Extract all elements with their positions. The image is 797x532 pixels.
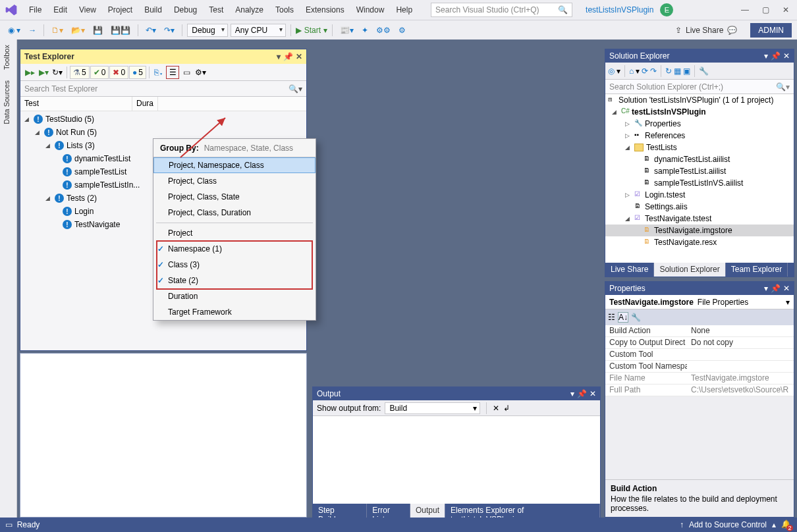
property-row[interactable]: Custom Tool Namespa xyxy=(605,361,794,373)
pin-icon[interactable]: 📌 xyxy=(283,52,293,61)
platform-dropdown[interactable]: Any CPU xyxy=(231,24,286,37)
solution-row[interactable]: ▷▪▪References xyxy=(605,130,794,142)
groupby-item-checked[interactable]: Class (3) xyxy=(153,257,316,273)
groupby-item[interactable]: Duration xyxy=(153,288,316,304)
tab-live-share[interactable]: Live Share xyxy=(605,263,654,277)
misc-1-button[interactable]: ✦ xyxy=(359,24,371,36)
tree-row[interactable]: ◢!TestStudio (5) xyxy=(20,113,306,126)
source-control-button[interactable]: Add to Source Control xyxy=(689,520,767,529)
maximize-icon[interactable]: ▢ xyxy=(762,5,769,14)
gear-group-icon[interactable]: ⚙⚙ xyxy=(373,24,393,36)
save-all-button[interactable]: 💾💾 xyxy=(108,24,133,36)
feedback-icon[interactable]: 💬 xyxy=(727,26,737,35)
solution-row[interactable]: 🗎TestNavigate.resx xyxy=(605,236,794,248)
minimize-icon[interactable]: — xyxy=(741,5,749,14)
properties-object[interactable]: TestNavigate.imgstoreFile Properties▾ xyxy=(605,295,794,309)
open-button[interactable]: 📂▾ xyxy=(69,24,88,36)
copy-button[interactable]: ▣ xyxy=(683,66,690,76)
show-button[interactable]: ▭ xyxy=(180,66,193,79)
settings-button[interactable]: ⚙▾ xyxy=(194,66,207,79)
dropdown-icon[interactable]: ▾ xyxy=(764,51,768,61)
solution-row[interactable]: ⧆Solution 'testListsInVSPlugin' (1 of 1 … xyxy=(605,94,794,106)
tree-row[interactable]: ◢!Not Run (5) xyxy=(20,126,306,139)
property-row[interactable]: Custom Tool xyxy=(605,349,794,361)
new-item-button[interactable]: 🗋▾ xyxy=(49,24,66,36)
menu-test[interactable]: Test xyxy=(204,3,229,17)
groupby-item[interactable]: Project, Class, Duration xyxy=(153,205,316,221)
menu-window[interactable]: Window xyxy=(351,3,390,17)
menu-tools[interactable]: Tools xyxy=(270,3,299,17)
wrench-icon[interactable]: 🔧 xyxy=(699,66,709,76)
menu-debug[interactable]: Debug xyxy=(169,3,202,17)
repeat-button[interactable]: ↻▾ xyxy=(51,66,64,79)
tab-output[interactable]: Output xyxy=(410,504,445,518)
wrench-icon[interactable]: 🔧 xyxy=(631,313,641,322)
close-panel-icon[interactable]: ✕ xyxy=(783,284,790,293)
dropdown-icon[interactable]: ▾ xyxy=(570,389,574,398)
info-badge[interactable]: ●5 xyxy=(129,66,146,79)
title-search[interactable]: Search Visual Studio (Ctrl+Q) 🔍 xyxy=(431,3,572,17)
groupby-item-checked[interactable]: Namespace (1) xyxy=(153,241,316,257)
pass-badge[interactable]: ✔0 xyxy=(90,66,109,79)
solution-row[interactable]: ◢☑TestNavigate.tstest xyxy=(605,213,794,225)
groupby-item[interactable]: Project, Class xyxy=(153,173,316,189)
solution-row[interactable]: ▷🔧Properties xyxy=(605,118,794,130)
flask-badge[interactable]: ⚗5 xyxy=(70,66,90,79)
wrap-button[interactable]: ↲ xyxy=(503,404,510,413)
start-button[interactable]: ▶Start ▾ xyxy=(296,26,327,35)
tab-solution-explorer[interactable]: Solution Explorer xyxy=(654,263,725,277)
groupby-item[interactable]: Project, Namespace, Class xyxy=(153,157,316,173)
close-icon[interactable]: ✕ xyxy=(783,5,789,14)
menu-project[interactable]: Project xyxy=(103,3,138,17)
solution-row[interactable]: 🗎sampleTestListInVS.aiilist xyxy=(605,177,794,189)
run-button[interactable]: ▶▾ xyxy=(37,66,50,79)
menu-extensions[interactable]: Extensions xyxy=(300,3,350,17)
column-test[interactable]: Test xyxy=(20,97,132,111)
solution-row[interactable]: ◢TestLists xyxy=(605,142,794,153)
close-panel-icon[interactable]: ✕ xyxy=(590,389,596,398)
back-button[interactable]: ◎ xyxy=(608,66,615,76)
step-button[interactable]: 📰▾ xyxy=(337,24,356,36)
dropdown-icon[interactable]: ▾ xyxy=(764,284,768,293)
menu-help[interactable]: Help xyxy=(391,3,418,17)
solution-row[interactable]: 🗎dynamicTestList.aiilist xyxy=(605,153,794,165)
gear-icon[interactable]: ⚙ xyxy=(396,24,408,36)
menu-analyze[interactable]: Analyze xyxy=(230,3,269,17)
playlist-button[interactable]: ⎘▾ xyxy=(152,66,165,79)
notifications-icon[interactable]: 🔔2 xyxy=(781,519,792,530)
nav-fwd-button[interactable]: → xyxy=(26,24,39,36)
home-button[interactable]: ⌂ xyxy=(629,66,634,76)
pin-icon[interactable]: 📌 xyxy=(771,51,781,61)
refresh-button[interactable]: ↻ xyxy=(665,66,672,76)
config-dropdown[interactable]: Debug xyxy=(187,24,227,37)
tab-step-builder[interactable]: Step Builder xyxy=(313,504,367,518)
hierarchy-button[interactable]: ☰ xyxy=(166,66,179,79)
toolbox-tab[interactable]: Toolbox xyxy=(0,40,13,75)
test-explorer-search[interactable]: Search Test Explorer 🔍▾ xyxy=(20,81,306,97)
datasources-tab[interactable]: Data Sources xyxy=(0,75,13,130)
sync-button[interactable]: ⟳ xyxy=(642,66,648,76)
pin-icon[interactable]: 📌 xyxy=(771,284,781,293)
tab-team-explorer[interactable]: Team Explorer xyxy=(726,263,788,277)
fail-badge[interactable]: ✖0 xyxy=(109,66,128,79)
collapse-button[interactable]: ↷ xyxy=(650,66,657,76)
column-duration[interactable]: Dura xyxy=(132,97,158,111)
categorized-button[interactable]: ☷ xyxy=(608,313,615,322)
property-row[interactable]: Build ActionNone xyxy=(605,325,794,337)
output-content[interactable] xyxy=(313,416,600,504)
alphabetical-button[interactable]: A↓ xyxy=(618,312,628,323)
avatar[interactable]: E xyxy=(660,3,673,16)
redo-button[interactable]: ↷▾ xyxy=(161,24,177,36)
property-row[interactable]: Copy to Output DirectDo not copy xyxy=(605,337,794,349)
groupby-item[interactable]: Target Framework xyxy=(153,304,316,320)
menu-file[interactable]: File xyxy=(24,3,47,17)
close-panel-icon[interactable]: ✕ xyxy=(783,51,790,61)
solution-row-selected[interactable]: 🗎TestNavigate.imgstore xyxy=(605,225,794,236)
run-all-button[interactable]: ▶▸ xyxy=(23,66,36,79)
menu-edit[interactable]: Edit xyxy=(48,3,72,17)
pin-icon[interactable]: 📌 xyxy=(577,389,587,398)
groupby-item[interactable]: Project, Class, State xyxy=(153,189,316,205)
solution-explorer-search[interactable]: Search Solution Explorer (Ctrl+;) 🔍▾ xyxy=(605,80,794,94)
solution-row[interactable]: ▷☑Login.tstest xyxy=(605,189,794,201)
undo-button[interactable]: ↶▾ xyxy=(143,24,159,36)
